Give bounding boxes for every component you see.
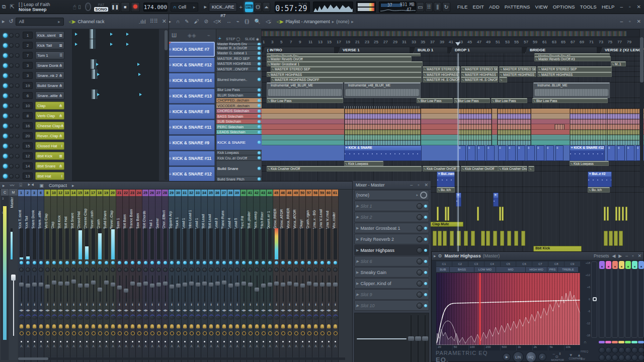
- mixer-fader-handle[interactable]: [156, 283, 161, 287]
- mixer-clock-icon[interactable]: [169, 331, 175, 336]
- mixer-updown-icon[interactable]: ⬍: [234, 303, 240, 306]
- channel-button[interactable]: Closed HatI: [35, 142, 64, 150]
- playlist-clip[interactable]: [486, 231, 490, 246]
- mixer-mute-led[interactable]: [44, 260, 51, 265]
- playlist-clip[interactable]: [458, 135, 492, 140]
- mixer-link-lamp-icon[interactable]: [64, 324, 70, 329]
- mixer-pan-knob[interactable]: [175, 315, 182, 321]
- mixer-link-lamp-icon[interactable]: [25, 324, 31, 329]
- playlist-minimize-button[interactable]: –: [617, 19, 626, 24]
- eq-band-name[interactable]: MID: [496, 267, 525, 272]
- mixer-dot-led[interactable]: [123, 338, 129, 343]
- mixer-link-lamp-icon[interactable]: [142, 324, 149, 329]
- mixer-sep-knob[interactable]: [286, 267, 293, 273]
- mixer-link-lamp-icon[interactable]: [286, 324, 293, 329]
- channel-mute-led[interactable]: [3, 174, 8, 178]
- mixer-sep-knob[interactable]: [38, 267, 44, 273]
- mixer-mute-led[interactable]: [293, 260, 299, 265]
- mixer-fader-handle[interactable]: [130, 282, 135, 286]
- mixer-pan-knob[interactable]: [57, 315, 64, 321]
- mixer-mute-led[interactable]: [221, 260, 227, 265]
- mixer-link-lamp-icon[interactable]: [155, 324, 162, 329]
- slot-enable-led[interactable]: [424, 260, 427, 263]
- mixer-dot-led[interactable]: [188, 338, 195, 343]
- mixer-track-name[interactable]: Rever..rash: [90, 197, 97, 229]
- mixer-clock-icon[interactable]: [293, 331, 299, 336]
- mixer-sep-knob[interactable]: [103, 267, 110, 273]
- mixer-mute-led[interactable]: [182, 260, 188, 265]
- mixer-sep-knob[interactable]: [57, 267, 64, 273]
- mixer-sep-knob[interactable]: [247, 267, 254, 273]
- eq-band-number[interactable]: C6: [516, 261, 532, 266]
- mixer-track-number[interactable]: 29: [169, 190, 175, 196]
- eq-band-slider[interactable]: [638, 261, 644, 338]
- playlist-clip[interactable]: [450, 231, 454, 246]
- eq-master-gain-slider[interactable]: [591, 261, 597, 338]
- playlist-clip[interactable]: Kick Lowpass: [570, 161, 609, 166]
- mixer-sep-knob[interactable]: [77, 267, 84, 273]
- pattern-item[interactable]: ≡ KICK & SNARE #11: [167, 120, 215, 135]
- mixer-sep-knob[interactable]: [312, 267, 319, 273]
- mixer-arm-label[interactable]: A: [188, 344, 195, 348]
- playlist-clip[interactable]: Blur Low Pass: [417, 98, 453, 103]
- app-maximize-button[interactable]: ▫: [626, 4, 634, 10]
- mixer-fader-handle[interactable]: [196, 283, 200, 287]
- channel-button[interactable]: Cheese Clap⋔: [35, 122, 64, 130]
- mixer-updown-icon[interactable]: ⬍: [175, 303, 182, 306]
- channel-mixer-track-number[interactable]: 19: [23, 82, 33, 89]
- eq-band-number[interactable]: C8: [548, 261, 564, 266]
- playlist-track-name[interactable]: BASS Sidechain: [216, 114, 262, 119]
- eq-freq-knob[interactable]: [599, 347, 605, 353]
- playlist-clip[interactable]: [607, 114, 640, 119]
- slot-enable-led[interactable]: [424, 282, 427, 285]
- playlist-clip[interactable]: Blur Low Pass: [532, 98, 608, 103]
- tempo-display[interactable]: 174.000: [143, 3, 168, 12]
- playlist-clip[interactable]: [570, 119, 610, 124]
- stop-button[interactable]: ■: [121, 2, 130, 12]
- mixer-dot-led[interactable]: [149, 338, 155, 343]
- arrangement-marker[interactable]: VERSE 2 (X2 LENGT: [600, 47, 644, 53]
- mixer-mute-led[interactable]: [312, 260, 319, 265]
- mixer-width-icon[interactable]: ◀▶: [299, 308, 306, 312]
- mixer-width-icon[interactable]: ◀▶: [57, 308, 64, 312]
- mixer-width-icon[interactable]: ◀▶: [240, 308, 247, 312]
- playlist-clip[interactable]: Master Grossbeat 1: [267, 61, 423, 66]
- playlist-clip[interactable]: Bu..tch: [588, 187, 610, 193]
- track-record-led[interactable]: [258, 99, 261, 102]
- playlist-track-name[interactable]: CHOPPED..dechain: [216, 98, 262, 103]
- mixer-track-name[interactable]: Vox..coder: [332, 197, 339, 229]
- mixer-master-strip[interactable]: M Master: [9, 189, 18, 360]
- channel-pan-knob[interactable]: [9, 154, 14, 158]
- mixer-dot-led[interactable]: [116, 338, 123, 343]
- mixer-updown-icon[interactable]: ⬍: [306, 303, 312, 306]
- mixer-track-number[interactable]: 33: [195, 190, 201, 196]
- mixer-link-lamp-icon[interactable]: [110, 324, 116, 329]
- mixer-track-number[interactable]: 46: [280, 190, 286, 196]
- effect-slot[interactable]: ▶ Slot 6: [354, 256, 429, 266]
- mixer-link-lamp-icon[interactable]: [326, 324, 332, 329]
- mixer-track-name[interactable]: Lead 4: [227, 197, 234, 229]
- mixer-arm-label[interactable]: A: [44, 344, 51, 348]
- mixer-sep-knob[interactable]: [142, 267, 149, 273]
- mixer-sep-knob[interactable]: [110, 267, 116, 273]
- mixer-width-icon[interactable]: ◀▶: [51, 308, 57, 312]
- mixer-track-name[interactable]: Saw Bass: [136, 197, 142, 229]
- mixer-width-icon[interactable]: ◀▶: [64, 308, 70, 312]
- mixer-sep-knob[interactable]: [234, 267, 240, 273]
- channel-mixer-track-number[interactable]: 16: [23, 122, 33, 129]
- mixer-sep-knob[interactable]: [136, 267, 142, 273]
- playlist-clip[interactable]: [617, 145, 625, 161]
- mixer-dot-led[interactable]: [201, 338, 208, 343]
- eq-band-number[interactable]: C4: [485, 261, 500, 266]
- playlist-clip[interactable]: MASTER HI..S ON/OFF: [461, 77, 498, 82]
- mixer-sep-knob[interactable]: [70, 267, 77, 273]
- playlist-clip[interactable]: [458, 145, 466, 161]
- playlist-clip[interactable]: [493, 231, 497, 246]
- mixer-dot-led[interactable]: [247, 338, 254, 343]
- track-record-led[interactable]: [258, 125, 261, 128]
- eq-band-name[interactable]: PRS: [547, 267, 557, 272]
- playlist-clip[interactable]: MASTER HIGHPASS: [423, 72, 460, 77]
- playlist-clip[interactable]: Instrumental_v48_BLUR_ME: [267, 82, 343, 98]
- channel-mute-led[interactable]: [3, 83, 8, 88]
- track-record-led[interactable]: [258, 94, 261, 97]
